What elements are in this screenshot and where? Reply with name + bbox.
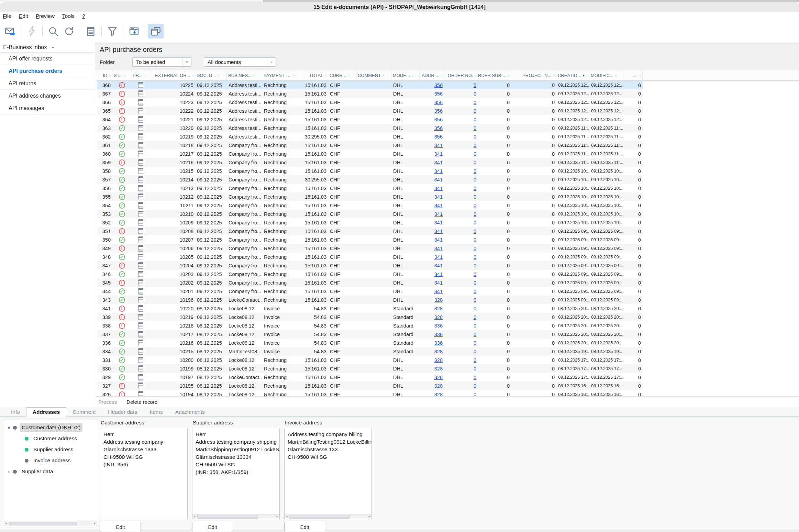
menu-item-preview[interactable]: Preview: [36, 13, 55, 19]
table-row[interactable]: 343✓1019608.12.2025LockeContact...Rechnu…: [97, 296, 643, 304]
address-link[interactable]: 328: [434, 375, 443, 380]
invoice-address-edit-button[interactable]: Edit: [284, 522, 325, 532]
order_no-link[interactable]: 0: [474, 306, 476, 311]
address-link[interactable]: 328: [434, 349, 443, 354]
column-header-address[interactable]: ADDR....▵: [420, 70, 444, 80]
order_no-link[interactable]: 0: [474, 151, 476, 157]
address-link[interactable]: 328: [434, 297, 443, 303]
tree-item[interactable]: Invoice address: [4, 455, 97, 466]
order_no-link[interactable]: 0: [474, 340, 476, 346]
column-header-total[interactable]: TOTAL▵: [300, 70, 328, 80]
table-row[interactable]: 367!1022409.12.2025Address testi...Rechn…: [97, 89, 643, 98]
refresh-icon[interactable]: [61, 24, 77, 38]
address-link[interactable]: 341: [434, 237, 443, 243]
address-link[interactable]: 336: [434, 340, 443, 346]
table-row[interactable]: 366!1022309.12.2025Address testi...Rechn…: [97, 98, 643, 107]
address-link[interactable]: 341: [434, 160, 443, 165]
column-header-doc_date[interactable]: DOC. D...▵: [195, 70, 227, 80]
expander-expanded-icon[interactable]: ∨: [6, 425, 12, 430]
order_no-link[interactable]: 0: [474, 220, 476, 225]
sidebar-item-api-purchase-orders[interactable]: API purchase orders: [0, 65, 95, 77]
order_no-link[interactable]: 0: [474, 203, 476, 208]
invoice-address-box[interactable]: Address testing company billingMartinBil…: [284, 428, 372, 519]
order_no-link[interactable]: 0: [474, 229, 476, 234]
address-link[interactable]: 341: [434, 151, 443, 157]
table-row[interactable]: 361✓1021809.12.2025Company fro...Rechnun…: [97, 141, 643, 149]
address-link[interactable]: 341: [434, 229, 443, 234]
order_no-link[interactable]: 0: [474, 177, 476, 182]
table-row[interactable]: 345!1020209.12.2025Company fro...Rechnun…: [97, 278, 643, 287]
table-row[interactable]: 339!1021908.12.2025Locke08.12Invoice54.8…: [97, 313, 643, 321]
address-link[interactable]: 341: [434, 143, 443, 148]
windows-stack-icon[interactable]: [148, 24, 164, 38]
address-link[interactable]: 341: [434, 289, 443, 294]
tab-comment[interactable]: Comment: [66, 407, 102, 417]
address-link[interactable]: 341: [434, 254, 443, 260]
order_no-link[interactable]: 0: [474, 108, 476, 114]
table-row[interactable]: 351!1020809.12.2025Company fro...Rechnun…: [97, 227, 643, 235]
order_no-link[interactable]: 0: [474, 134, 476, 140]
menu-item-edit[interactable]: Edit: [19, 13, 28, 19]
scroll-right-arrow-icon[interactable]: ►: [93, 521, 97, 526]
order_no-link[interactable]: 0: [474, 314, 476, 320]
sidebar-item-api-address-changes[interactable]: API address changes: [0, 90, 95, 102]
address-link[interactable]: 336: [434, 323, 443, 329]
customer-address-box[interactable]: HerrAddress testing companyGlärnischstra…: [100, 428, 188, 519]
table-row[interactable]: 364!1022109.12.2025Address testi...Rechn…: [97, 115, 643, 124]
address-link[interactable]: 356: [434, 100, 443, 105]
window-flash-icon[interactable]: [126, 24, 142, 38]
column-header-order_no[interactable]: ORDER NO.▵: [444, 70, 478, 80]
tree-item[interactable]: ›Supplier data: [4, 466, 97, 477]
table-row[interactable]: 350✓1020709.12.2025Company fro...Rechnun…: [97, 235, 643, 244]
order_no-link[interactable]: 0: [474, 392, 476, 397]
column-header-more[interactable]: ...▵: [624, 70, 643, 80]
order_no-link[interactable]: 0: [474, 263, 476, 268]
column-header-status[interactable]: ST...▵: [112, 70, 131, 80]
column-header-mode[interactable]: MODE...▵: [391, 70, 420, 80]
order_no-link[interactable]: 0: [474, 254, 476, 260]
delete-record-button[interactable]: Delete record: [126, 399, 157, 405]
order_no-link[interactable]: 0: [474, 186, 476, 191]
tab-info[interactable]: Info: [5, 407, 26, 417]
scroll-left-arrow-icon[interactable]: ◄: [4, 521, 8, 526]
address-link[interactable]: 341: [434, 194, 443, 200]
address-link[interactable]: 341: [434, 211, 443, 217]
sidebar-item-api-returns[interactable]: API returns: [0, 77, 95, 90]
address-link[interactable]: 341: [434, 177, 443, 182]
order_no-link[interactable]: 0: [474, 366, 476, 372]
search-icon[interactable]: [45, 24, 61, 38]
column-header-order_sub[interactable]: ORDER SUB-...▵: [478, 70, 511, 80]
table-row[interactable]: 338!1021808.12.2025Locke08.12Invoice54.8…: [97, 321, 643, 330]
address-link[interactable]: 341: [434, 203, 443, 208]
address-link[interactable]: 328: [434, 357, 443, 363]
order_no-link[interactable]: 0: [474, 271, 476, 277]
order_no-link[interactable]: 0: [474, 211, 476, 217]
table-row[interactable]: 352✓1020909.12.2025Company fro...Rechnun…: [97, 218, 643, 227]
address-link[interactable]: 341: [434, 280, 443, 286]
table-row[interactable]: 330✓1019908.12.2025Locke08.12Rechnung15'…: [97, 364, 643, 373]
table-row[interactable]: 348✓1020509.12.2025Company fro...Rechnun…: [97, 253, 643, 261]
customer-address-edit-button[interactable]: Edit: [100, 522, 141, 532]
column-header-project_no[interactable]: PROJECT N...▵: [511, 70, 556, 80]
supplier-address-box[interactable]: HerrAddress testing company shippingMart…: [192, 428, 280, 519]
table-row[interactable]: 357✓1021409.12.2025Company fro...Rechnun…: [97, 175, 643, 184]
table-row[interactable]: 346✓1020309.12.2025Company fro...Rechnun…: [97, 270, 643, 278]
table-row[interactable]: 365!1022209.12.2025Address testi...Rechn…: [97, 107, 643, 115]
table-row[interactable]: 331✓1020008.12.2025Locke08.12Rechnung15'…: [97, 356, 643, 364]
tree-item[interactable]: Customer address: [4, 433, 97, 444]
invoice-address-horizontal-scrollbar[interactable]: ◄►: [285, 514, 371, 519]
order_no-link[interactable]: 0: [474, 100, 476, 105]
address-link[interactable]: 356: [434, 91, 443, 97]
address-link[interactable]: 356: [434, 117, 443, 122]
table-row[interactable]: 341!1022008.12.2025Locke08.12Invoice54.8…: [97, 304, 643, 313]
table-row[interactable]: 359!1021609.12.2025Company fro...Rechnun…: [97, 158, 643, 167]
tab-header-data[interactable]: Header data: [102, 407, 143, 417]
order_no-link[interactable]: 0: [474, 383, 476, 389]
address-link[interactable]: 356: [434, 125, 443, 131]
order_no-link[interactable]: 0: [474, 332, 476, 337]
table-row[interactable]: 337✓1021708.12.2025Locke08.12Invoice54.8…: [97, 330, 643, 339]
table-row[interactable]: 336✓1021608.12.2025Locke08.12Invoice54.8…: [97, 339, 643, 347]
menu-item-tools[interactable]: Tools: [62, 13, 75, 19]
address-link[interactable]: 341: [434, 186, 443, 191]
table-row[interactable]: 358✓1021509.12.2025Company fro...Rechnun…: [97, 167, 643, 175]
